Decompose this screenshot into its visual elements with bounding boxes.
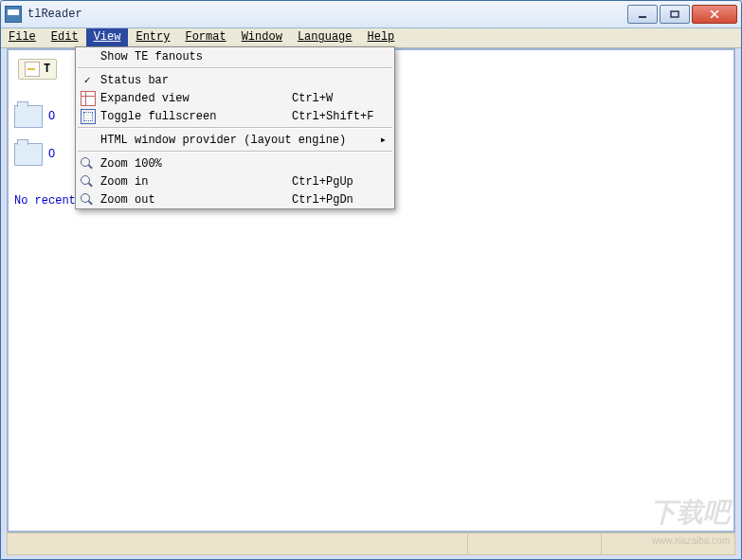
status-cell [468,533,602,554]
titlebar: tlReader [1,1,741,28]
tab-label: T [44,63,50,76]
sidebar-links: O O [14,105,55,166]
menuitem-html-provider[interactable]: HTML window provider (layout engine) ▸ [76,131,394,149]
menu-language[interactable]: Language [290,28,360,47]
menu-separator [78,151,392,153]
window-title: tlReader [27,8,627,21]
minimize-button[interactable] [627,5,658,24]
close-button[interactable] [692,5,737,24]
status-cell [8,533,468,554]
link-label: O [48,110,55,123]
menu-format[interactable]: Format [177,28,233,47]
svg-rect-0 [639,16,646,18]
menuitem-status-bar[interactable]: Status bar [76,71,394,89]
menuitem-show-fanouts[interactable]: Show TE fanouts [76,47,394,65]
menuitem-zoom-100[interactable]: Zoom 100% [76,154,394,172]
check-icon [81,74,94,87]
folder-icon [14,143,43,166]
status-cell [602,533,734,554]
menu-entry[interactable]: Entry [128,28,177,47]
menu-view[interactable]: View [86,28,129,47]
shortcut-label: Ctrl+W [292,92,387,105]
shortcut-label: Ctrl+PgUp [292,175,387,189]
fullscreen-icon [81,109,96,124]
submenu-arrow-icon: ▸ [380,133,387,147]
app-window: tlReader File Edit View Entry Format Win… [0,0,742,560]
link-label: O [48,148,55,161]
open-link-2[interactable]: O [14,143,55,166]
zoom-in-icon [81,175,94,189]
svg-rect-1 [671,11,679,17]
tab-start[interactable]: T [18,59,57,80]
open-link-1[interactable]: O [14,105,55,128]
app-icon [5,6,22,23]
menuitem-toggle-fullscreen[interactable]: Toggle fullscreen Ctrl+Shift+F [76,107,394,125]
menuitem-zoom-out[interactable]: Zoom out Ctrl+PgDn [76,190,394,208]
view-dropdown: Show TE fanouts Status bar Expanded view… [75,46,395,209]
menu-window[interactable]: Window [234,28,290,47]
menuitem-expanded-view[interactable]: Expanded view Ctrl+W [76,89,394,107]
menu-help[interactable]: Help [360,28,403,47]
grid-icon [81,91,96,106]
zoom-icon [81,157,94,171]
folder-icon [14,105,43,128]
menuitem-zoom-in[interactable]: Zoom in Ctrl+PgUp [76,172,394,190]
menubar: File Edit View Entry Format Window Langu… [1,28,741,48]
shortcut-label: Ctrl+Shift+F [292,110,387,123]
menu-edit[interactable]: Edit [44,28,86,47]
zoom-out-icon [81,193,94,207]
menu-file[interactable]: File [1,28,44,47]
document-icon [25,62,40,77]
menu-separator [78,67,392,69]
shortcut-label: Ctrl+PgDn [292,193,387,207]
status-bar [7,533,735,555]
menu-separator [78,127,392,129]
maximize-button[interactable] [660,5,690,24]
